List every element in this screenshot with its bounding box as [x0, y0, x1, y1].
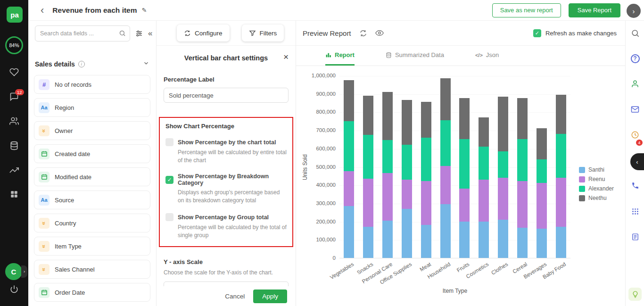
- eye-icon[interactable]: [375, 29, 384, 37]
- bar-segment-reenu[interactable]: [402, 180, 412, 209]
- field-item-sales-channel[interactable]: »Sales Channel: [34, 260, 150, 279]
- apps-dots-icon[interactable]: [628, 205, 642, 218]
- bar-segment-alexander[interactable]: [440, 120, 451, 166]
- bar-segment-alexander[interactable]: [517, 139, 528, 181]
- bar-segment-alexander[interactable]: [363, 135, 373, 179]
- bar-segment-alexander[interactable]: [537, 159, 547, 183]
- bar-segment-santhi[interactable]: [363, 227, 373, 258]
- fields-section-header[interactable]: Sales details i: [35, 58, 149, 70]
- bar-segment-alexander[interactable]: [382, 140, 393, 173]
- save-as-new-report-button[interactable]: Save as new report: [492, 3, 561, 17]
- bar-cereal[interactable]: [517, 98, 528, 258]
- cancel-button[interactable]: Cancel: [225, 293, 245, 300]
- bar-segment-neethu[interactable]: [440, 78, 451, 120]
- bar-segment-neethu[interactable]: [382, 92, 393, 141]
- help-icon[interactable]: ?: [628, 52, 642, 65]
- bar-segment-alexander[interactable]: [459, 139, 470, 189]
- tab-report[interactable]: Report: [325, 46, 355, 66]
- bar-segment-neethu[interactable]: [479, 117, 489, 147]
- edit-title-icon[interactable]: ✎: [142, 7, 147, 14]
- ideas-lightbulb-icon[interactable]: [628, 288, 642, 301]
- field-item-no-of-records[interactable]: #No of records: [34, 75, 150, 94]
- bar-clothes[interactable]: [498, 97, 508, 258]
- bar-segment-neethu[interactable]: [402, 100, 412, 145]
- bar-segment-reenu[interactable]: [556, 178, 566, 227]
- legend-item-alexander[interactable]: Alexander: [579, 184, 614, 193]
- messages-icon[interactable]: 12: [0, 92, 28, 101]
- field-item-order-date[interactable]: Order Date: [34, 283, 150, 302]
- logout-icon[interactable]: [0, 285, 28, 293]
- option-checkbox[interactable]: ✓: [165, 176, 173, 184]
- field-filter-sliders-icon[interactable]: [135, 30, 143, 37]
- tab-summarized-data[interactable]: Summarized Data: [386, 46, 444, 66]
- bar-segment-santhi[interactable]: [402, 209, 412, 258]
- bar-segment-santhi[interactable]: [479, 222, 489, 258]
- bar-segment-neethu[interactable]: [421, 102, 431, 138]
- chevron-down-icon[interactable]: [143, 60, 149, 68]
- option-checkbox[interactable]: [165, 138, 173, 146]
- bar-segment-santhi[interactable]: [344, 206, 354, 258]
- bar-segment-alexander[interactable]: [344, 121, 354, 171]
- bar-meat[interactable]: [421, 102, 431, 258]
- bar-segment-santhi[interactable]: [421, 225, 431, 258]
- refresh-as-make-changes-checkbox[interactable]: ✓: [533, 29, 541, 37]
- bar-cosmetics[interactable]: [479, 117, 489, 258]
- bar-beverages[interactable]: [537, 128, 547, 258]
- rail-expand-tab[interactable]: ›: [21, 265, 27, 278]
- bar-segment-santhi[interactable]: [440, 204, 451, 258]
- bar-segment-reenu[interactable]: [537, 183, 547, 229]
- header-next-button[interactable]: ›: [627, 4, 641, 18]
- bar-segment-alexander[interactable]: [479, 147, 489, 180]
- field-item-item-type[interactable]: »Item Type: [34, 237, 150, 256]
- bar-personal-care[interactable]: [382, 92, 393, 258]
- bar-segment-alexander[interactable]: [556, 134, 566, 178]
- bar-segment-neethu[interactable]: [344, 80, 354, 121]
- analytics-icon[interactable]: [0, 165, 28, 175]
- bar-office-supplies[interactable]: [402, 100, 412, 258]
- global-search-icon[interactable]: [628, 26, 642, 40]
- mail-icon[interactable]: [628, 103, 642, 116]
- user-avatar[interactable]: C: [5, 263, 22, 280]
- close-icon[interactable]: ×: [283, 52, 289, 61]
- legend-item-reenu[interactable]: Reenu: [579, 174, 614, 184]
- bar-segment-santhi[interactable]: [382, 221, 393, 258]
- apply-button[interactable]: Apply: [253, 289, 287, 303]
- favourites-icon[interactable]: [0, 67, 28, 77]
- bar-segment-neethu[interactable]: [459, 98, 470, 139]
- bar-segment-reenu[interactable]: [459, 189, 470, 222]
- bar-segment-reenu[interactable]: [440, 166, 451, 204]
- bar-segment-santhi[interactable]: [498, 220, 508, 258]
- app-logo[interactable]: pa: [7, 7, 23, 23]
- bar-segment-neethu[interactable]: [556, 95, 566, 134]
- bar-snacks[interactable]: [363, 96, 373, 258]
- configure-button[interactable]: Configure: [177, 25, 230, 41]
- percentage-label-input[interactable]: [164, 88, 289, 103]
- bar-segment-reenu[interactable]: [382, 173, 393, 221]
- profile-icon[interactable]: [628, 77, 642, 91]
- bar-vegetables[interactable]: [344, 80, 354, 258]
- bar-segment-reenu[interactable]: [421, 181, 431, 225]
- bar-segment-reenu[interactable]: [517, 181, 528, 228]
- data-store-icon[interactable]: [0, 141, 28, 150]
- field-item-region[interactable]: AaRegion: [34, 98, 150, 117]
- bar-segment-reenu[interactable]: [363, 179, 373, 227]
- guide-icon[interactable]: [628, 230, 642, 243]
- contacts-icon[interactable]: [0, 116, 28, 126]
- field-item-country[interactable]: »Country: [34, 214, 150, 232]
- phone-icon[interactable]: [628, 179, 642, 192]
- tab-json[interactable]: </>Json: [475, 46, 499, 66]
- bar-segment-neethu[interactable]: [517, 98, 528, 139]
- field-item-modified-date[interactable]: Modified date: [34, 167, 150, 186]
- bar-segment-santhi[interactable]: [459, 222, 470, 258]
- field-item-source[interactable]: AaSource: [34, 190, 150, 209]
- option-checkbox[interactable]: [165, 213, 173, 221]
- pending-tasks-icon[interactable]: 4: [628, 128, 642, 141]
- bar-baby-food[interactable]: [556, 95, 566, 258]
- bar-segment-neethu[interactable]: [498, 97, 508, 151]
- field-item-created-date[interactable]: Created date: [34, 144, 150, 163]
- apps-grid-icon[interactable]: [0, 190, 28, 198]
- search-icon[interactable]: [119, 30, 126, 37]
- bar-segment-reenu[interactable]: [498, 178, 508, 220]
- legend-item-neethu[interactable]: Neethu: [579, 193, 614, 203]
- filters-button[interactable]: Filters: [242, 25, 284, 41]
